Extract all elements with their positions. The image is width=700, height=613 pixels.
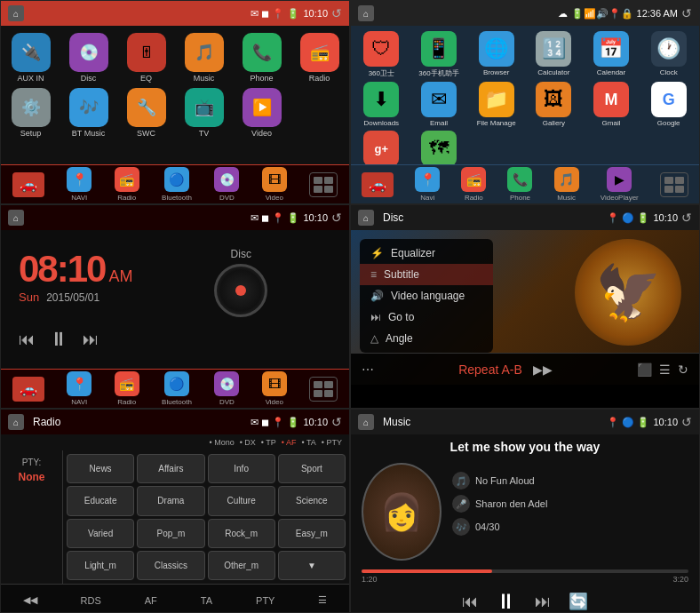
radio-icon-2: 📻 [461,167,486,192]
phone-button-2[interactable]: 📞 Phone [507,167,532,202]
menu-button-5[interactable]: ☰ [311,591,334,609]
app-email[interactable]: ✉ Email [412,82,466,127]
car-button[interactable]: 🚗 [12,172,44,197]
app-bt-music[interactable]: 🎶 BT Music [62,88,115,138]
aux-in-label: AUX IN [17,74,44,83]
subtitle-menu-item[interactable]: ≡ Subtitle [360,264,493,285]
pty-button[interactable]: PTY [249,592,282,609]
phone-label-2: Phone [510,194,530,202]
back-icon-4[interactable]: ↺ [681,211,692,225]
home-icon[interactable]: ⌂ [8,5,24,21]
app-calendar[interactable]: 📅 Calendar [585,31,639,78]
back-icon-5[interactable]: ↺ [331,415,342,429]
news-button[interactable]: News [67,454,134,483]
play-pause-button[interactable]: ⏸ [496,589,517,613]
home-icon-4[interactable]: ⌂ [358,210,374,226]
app-disc[interactable]: 💿 Disc [62,33,115,83]
ta-button[interactable]: TA [194,592,219,609]
goto-menu-item[interactable]: ⏭ Go to [360,306,493,328]
app-phone[interactable]: 📞 Phone [235,33,288,83]
app-calculator[interactable]: 🔢 Calculator [527,31,581,78]
sport-button[interactable]: Sport [278,454,346,483]
app-downloads[interactable]: ⬇ Downloads [354,82,409,127]
back-icon-1[interactable]: ↺ [331,6,342,20]
app-gmail[interactable]: M Gmail [585,82,639,127]
classics-button[interactable]: Classics [137,551,204,580]
equalizer-menu-item[interactable]: ⚡ Equalizer [360,243,493,264]
video-language-menu-item[interactable]: 🔊 Video language [360,285,493,306]
app-swc[interactable]: 🔧 SWC [120,88,172,138]
app-aux-in[interactable]: 🔌 AUX IN [4,33,57,83]
dvd-stop-button[interactable]: ⬛ [633,361,656,378]
dvd-repeat-button[interactable]: ↻ [674,361,692,378]
home-icon-6[interactable]: ⌂ [358,414,374,430]
navi-button-2[interactable]: 📍 Navi [415,167,440,202]
next-button[interactable]: ⏭ [83,330,99,349]
app-video[interactable]: ▶️ Video [235,88,288,138]
otherm-button[interactable]: Other_m [208,551,275,580]
dvd-bottom-button[interactable]: 💿 DVD [214,167,239,202]
android-app-grid: 🛡 360卫士 📱 360手机助手 🌐 Browser 🔢 Calculator… [351,26,699,181]
app-google[interactable]: G Google [641,82,696,127]
prev-track-button[interactable]: ⏮ [462,593,478,611]
home-icon-2[interactable]: ⌂ [358,5,374,21]
more-button[interactable]: ▼ [278,551,346,580]
dvd-menu-button[interactable]: ☰ [656,361,674,378]
radio-button-2[interactable]: 📻 Radio [461,167,486,202]
back-icon-6[interactable]: ↺ [681,415,692,429]
bt-button-3[interactable]: 🔵 Bluetooth [162,371,192,406]
radio-button-3[interactable]: 📻 Radio [115,371,139,406]
status-time-5: 10:10 [303,417,328,427]
rockm-button[interactable]: Rock_m [208,519,275,548]
popm-button[interactable]: Pop_m [137,519,204,548]
app-radio[interactable]: 📻 Radio [293,33,346,83]
grid-toggle-button-3[interactable] [309,377,338,402]
varied-button[interactable]: Varied [67,519,134,548]
grid-toggle-button[interactable] [309,172,338,197]
app-360-assist[interactable]: 📱 360手机助手 [412,31,466,78]
app-360-guard[interactable]: 🛡 360卫士 [354,31,409,78]
music-button-2[interactable]: 🎵 Music [554,167,579,202]
rwd-button[interactable]: ◀◀ [16,591,44,609]
radio-bottom-button[interactable]: 📻 Radio [115,167,139,202]
educate-button[interactable]: Educate [67,486,134,515]
home-icon-3[interactable]: ⌂ [8,210,24,226]
pause-button[interactable]: ⏸ [49,328,68,351]
app-browser[interactable]: 🌐 Browser [469,31,523,78]
navi-button-3[interactable]: 📍 NAVI [67,371,91,406]
app-eq[interactable]: 🎚 EQ [120,33,172,83]
videoplayer-button-2[interactable]: ▶ VideoPlayer [601,167,639,202]
bt-bottom-button[interactable]: 🔵 Bluetooth [162,167,192,202]
lightm-button[interactable]: Light_m [67,551,134,580]
prev-button[interactable]: ⏮ [19,330,35,349]
app-gallery[interactable]: 🖼 Gallery [527,82,581,127]
app-music[interactable]: 🎵 Music [178,33,230,83]
science-button[interactable]: Science [278,486,346,515]
dvd-forward-button[interactable]: ▶▶ [529,361,556,378]
app-setup[interactable]: ⚙️ Setup [4,88,57,138]
affairs-button[interactable]: Affairs [137,454,204,483]
video-bottom-button[interactable]: 🎞 Video [262,167,287,202]
culture-button[interactable]: Culture [208,486,275,515]
home-icon-5[interactable]: ⌂ [8,414,24,430]
app-filemanager[interactable]: 📁 File Manage [469,82,523,127]
af-button[interactable]: AF [138,592,164,609]
back-icon-3[interactable]: ↺ [331,211,342,225]
rds-button[interactable]: RDS [74,592,108,609]
car-button-2[interactable]: 🚗 [362,172,394,197]
video-button-3[interactable]: 🎞 Video [262,371,287,406]
app-tv[interactable]: 📺 TV [178,88,230,138]
next-track-button[interactable]: ⏭ [535,593,551,611]
drama-button[interactable]: Drama [137,486,204,515]
easym-button[interactable]: Easy_m [278,519,346,548]
dvd-button-3[interactable]: 💿 DVD [214,371,239,406]
grid-toggle-button-2[interactable] [660,172,688,197]
car-button-3[interactable]: 🚗 [12,377,44,402]
app-clock[interactable]: 🕐 Clock [641,31,696,78]
back-icon-2[interactable]: ↺ [681,6,692,20]
angle-menu-item[interactable]: △ Angle [360,328,493,349]
navi-button[interactable]: 📍 NAVI [67,167,91,202]
info-button[interactable]: Info [208,454,275,483]
dvd-more-button[interactable]: ⋯ [358,361,378,378]
repeat-button[interactable]: 🔄 [569,592,588,611]
